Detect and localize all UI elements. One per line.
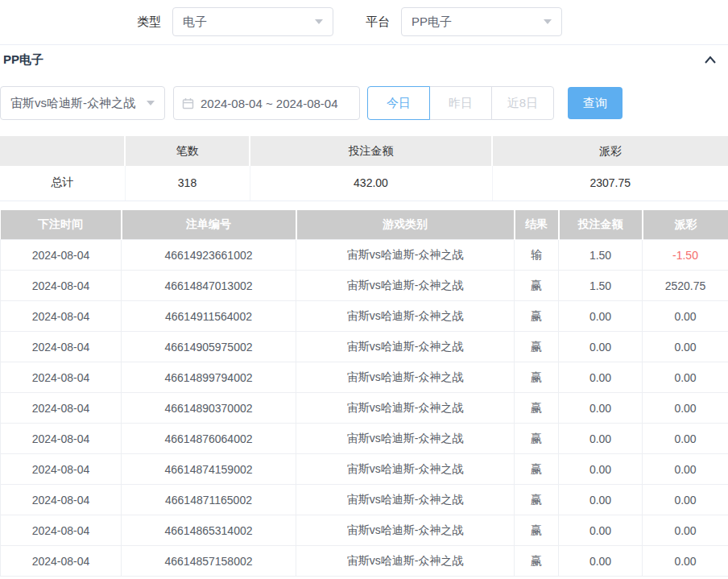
game-type-cell: 宙斯vs哈迪斯-众神之战: [296, 485, 515, 515]
total-bet-amount: 432.00: [250, 166, 492, 201]
summary-table: 笔数 投注金额 派彩 总计 318 432.00 2307.75: [0, 136, 728, 201]
bet-amount-cell: 0.00: [559, 362, 643, 393]
game-type-cell: 宙斯vs哈迪斯-众神之战: [296, 454, 515, 485]
summary-header-empty: [0, 136, 125, 166]
filter-row: 宙斯vs哈迪斯-众神之战 2024-08-04 ~ 2024-08-04 今日 …: [0, 86, 728, 120]
date-range-value: 2024-08-04 ~ 2024-08-04: [201, 97, 338, 110]
table-row: 2024-08-0446614905975002宙斯vs哈迪斯-众神之战赢0.0…: [1, 332, 728, 362]
quick-date-button-group: 今日 昨日 近8日: [367, 86, 554, 120]
game-type-cell: 宙斯vs哈迪斯-众神之战: [296, 240, 515, 271]
summary-header-row: 笔数 投注金额 派彩: [0, 136, 728, 166]
table-row: 2024-08-0446614890370002宙斯vs哈迪斯-众神之战赢0.0…: [1, 393, 728, 424]
bets-table-body: 2024-08-0446614923661002宙斯vs哈迪斯-众神之战输1.5…: [1, 240, 728, 577]
bet-amount-cell: 1.50: [559, 240, 643, 271]
payout-cell: 0.00: [643, 362, 728, 393]
header-result: 结果: [515, 210, 559, 240]
bet-amount-cell: 0.00: [559, 546, 643, 577]
bet-time-cell: 2024-08-04: [1, 546, 122, 577]
bet-time-cell: 2024-08-04: [1, 485, 122, 515]
table-row: 2024-08-0446614871165002宙斯vs哈迪斯-众神之战赢0.0…: [1, 485, 728, 515]
bet-amount-cell: 0.00: [559, 485, 643, 515]
result-cell: 赢: [515, 301, 559, 332]
payout-cell: 0.00: [643, 454, 728, 485]
bet-time-cell: 2024-08-04: [1, 362, 122, 393]
payout-cell: 0.00: [643, 301, 728, 332]
payout-cell: 0.00: [643, 546, 728, 577]
game-type-cell: 宙斯vs哈迪斯-众神之战: [296, 332, 515, 362]
bets-table: 下注时间 注单编号 游戏类别 结果 投注金额 派彩 2024-08-044661…: [0, 210, 728, 577]
last8days-button[interactable]: 近8日: [491, 86, 554, 120]
table-row: 2024-08-0446614865314002宙斯vs哈迪斯-众神之战赢0.0…: [1, 515, 728, 546]
chevron-up-icon: [704, 55, 717, 64]
yesterday-button[interactable]: 昨日: [429, 86, 492, 120]
summary-header-payout: 派彩: [492, 136, 728, 166]
result-cell: 赢: [515, 485, 559, 515]
bet-amount-cell: 0.00: [559, 393, 643, 424]
order-no-cell: 46614857158002: [122, 546, 296, 577]
today-button[interactable]: 今日: [367, 86, 430, 120]
chevron-down-icon: [147, 101, 155, 105]
order-no-cell: 46614871165002: [122, 485, 296, 515]
game-select-value: 宙斯vs哈迪斯-众神之战: [10, 96, 135, 111]
platform-section: PP电子 宙斯vs哈迪斯-众神之战 2024-08-04 ~ 2024-08-0…: [0, 44, 728, 577]
result-cell: 赢: [515, 515, 559, 546]
result-cell: 赢: [515, 332, 559, 362]
order-no-cell: 46614911564002: [122, 301, 296, 332]
bet-time-cell: 2024-08-04: [1, 424, 122, 454]
game-type-cell: 宙斯vs哈迪斯-众神之战: [296, 424, 515, 454]
table-row: 2024-08-0446614899794002宙斯vs哈迪斯-众神之战赢0.0…: [1, 362, 728, 393]
summary-header-count: 笔数: [125, 136, 250, 166]
summary-header-bet-amount: 投注金额: [250, 136, 492, 166]
game-type-cell: 宙斯vs哈迪斯-众神之战: [296, 301, 515, 332]
game-select[interactable]: 宙斯vs哈迪斯-众神之战: [0, 86, 165, 120]
result-cell: 赢: [515, 454, 559, 485]
payout-cell: 0.00: [643, 424, 728, 454]
result-cell: 输: [515, 240, 559, 271]
total-count: 318: [125, 166, 250, 201]
summary-total-row: 总计 318 432.00 2307.75: [0, 166, 728, 201]
header-game-type: 游戏类别: [296, 210, 515, 240]
calendar-icon: [182, 97, 194, 110]
game-type-cell: 宙斯vs哈迪斯-众神之战: [296, 393, 515, 424]
bet-amount-cell: 0.00: [559, 515, 643, 546]
type-select[interactable]: 电子: [172, 7, 333, 36]
header-order-no: 注单编号: [122, 210, 296, 240]
bet-amount-cell: 0.00: [559, 424, 643, 454]
table-row: 2024-08-0446614847013002宙斯vs哈迪斯-众神之战赢1.5…: [1, 271, 728, 301]
bet-amount-cell: 0.00: [559, 454, 643, 485]
date-range-input[interactable]: 2024-08-04 ~ 2024-08-04: [173, 86, 360, 120]
game-type-cell: 宙斯vs哈迪斯-众神之战: [296, 362, 515, 393]
bet-time-cell: 2024-08-04: [1, 332, 122, 362]
platform-select-value: PP电子: [412, 14, 452, 30]
table-row: 2024-08-0446614857158002宙斯vs哈迪斯-众神之战赢0.0…: [1, 546, 728, 577]
order-no-cell: 46614847013002: [122, 271, 296, 301]
header-bet-amount: 投注金额: [559, 210, 643, 240]
game-type-cell: 宙斯vs哈迪斯-众神之战: [296, 515, 515, 546]
platform-label: 平台: [366, 14, 390, 30]
bet-time-cell: 2024-08-04: [1, 271, 122, 301]
payout-cell: 0.00: [643, 332, 728, 362]
result-cell: 赢: [515, 271, 559, 301]
chevron-down-icon: [315, 19, 323, 24]
order-no-cell: 46614905975002: [122, 332, 296, 362]
game-type-cell: 宙斯vs哈迪斯-众神之战: [296, 271, 515, 301]
payout-cell: 0.00: [643, 515, 728, 546]
top-filter-bar: 类型 电子 平台 PP电子: [0, 0, 728, 39]
bet-amount-cell: 0.00: [559, 332, 643, 362]
payout-cell: 2520.75: [643, 271, 728, 301]
total-payout: 2307.75: [492, 166, 728, 201]
section-header: PP电子: [0, 45, 728, 74]
result-cell: 赢: [515, 362, 559, 393]
order-no-cell: 46614899794002: [122, 362, 296, 393]
chevron-down-icon: [544, 19, 552, 24]
result-cell: 赢: [515, 393, 559, 424]
bet-time-cell: 2024-08-04: [1, 240, 122, 271]
query-button[interactable]: 查询: [568, 87, 623, 119]
bet-time-cell: 2024-08-04: [1, 301, 122, 332]
bet-time-cell: 2024-08-04: [1, 393, 122, 424]
collapse-button[interactable]: [704, 55, 717, 64]
platform-select[interactable]: PP电子: [401, 7, 562, 36]
bet-amount-cell: 0.00: [559, 301, 643, 332]
table-row: 2024-08-0446614911564002宙斯vs哈迪斯-众神之战赢0.0…: [1, 301, 728, 332]
payout-cell: 0.00: [643, 393, 728, 424]
